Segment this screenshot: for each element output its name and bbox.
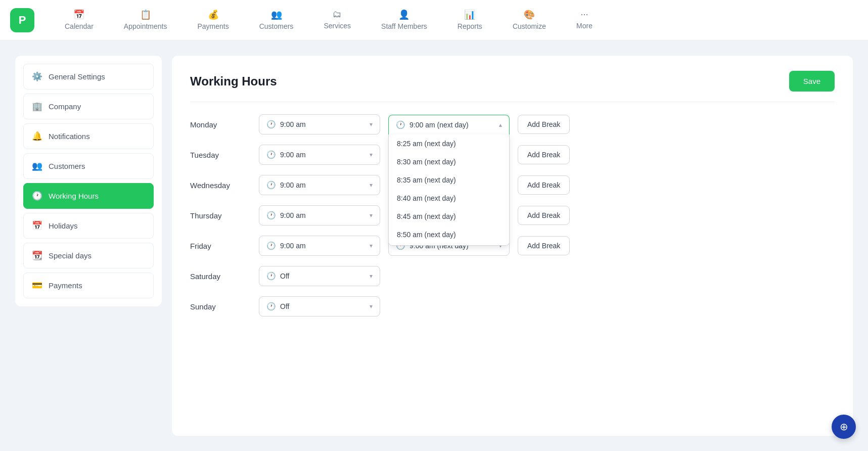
notifications-sidebar-label: Notifications [49, 132, 90, 141]
clock-icon-start-tuesday: 🕐 [266, 150, 276, 159]
start-time-val-tuesday: 9:00 am [280, 151, 370, 159]
nav-item-reports[interactable]: 📊Reports [442, 4, 497, 36]
more-nav-icon: ··· [580, 9, 588, 20]
services-nav-label: Services [324, 22, 351, 30]
add-break-wednesday[interactable]: Add Break [518, 175, 570, 195]
save-button[interactable]: Save [789, 71, 835, 92]
day-label-monday: Monday [190, 120, 251, 129]
caret-down-start-monday: ▾ [370, 121, 373, 128]
nav-item-payments[interactable]: 💰Payments [182, 4, 244, 36]
main-container: ⚙️General Settings🏢Company🔔Notifications… [0, 40, 868, 451]
clock-icon-start-monday: 🕐 [266, 120, 276, 129]
nav-item-customize[interactable]: 🎨Customize [497, 4, 561, 36]
start-time-val-friday: 9:00 am [280, 242, 370, 250]
clock-icon-end-monday: 🕐 [396, 120, 405, 129]
schedule-row-sunday: Sunday🕐Off▾ [190, 296, 835, 317]
clock-icon-start-wednesday: 🕐 [266, 181, 276, 190]
nav-item-staff-members[interactable]: 👤Staff Members [366, 4, 442, 36]
top-navigation: P 📅Calendar📋Appointments💰Payments👥Custom… [0, 0, 868, 40]
appointments-nav-icon: 📋 [140, 9, 151, 20]
staff-members-nav-icon: 👤 [398, 9, 409, 20]
schedule-row-thursday: Thursday🕐9:00 am▾🕐9:00 am (next day)▾Add… [190, 205, 835, 225]
dropdown-option-845[interactable]: 8:45 am (next day) [389, 207, 509, 225]
day-label-thursday: Thursday [190, 211, 251, 220]
logo-icon: P [19, 14, 26, 27]
end-time-val-monday: 9:00 am (next day) [409, 121, 499, 129]
nav-item-more[interactable]: ···More [561, 4, 608, 36]
clock-icon-start-friday: 🕐 [266, 241, 276, 250]
customize-nav-label: Customize [513, 22, 546, 30]
notifications-sidebar-icon: 🔔 [32, 131, 42, 142]
schedule-row-friday: Friday🕐9:00 am▾🕐9:00 am (next day)▾Add B… [190, 236, 835, 256]
caret-up-monday: ▴ [499, 121, 502, 128]
start-time-tuesday[interactable]: 🕐9:00 am▾ [259, 145, 380, 165]
add-break-friday[interactable]: Add Break [518, 236, 570, 255]
schedule-row-saturday: Saturday🕐Off▾ [190, 266, 835, 286]
schedule-row-wednesday: Wednesday🕐9:00 am▾🕐9:00 am (next day)▾Ad… [190, 175, 835, 195]
holidays-sidebar-icon: 📅 [32, 220, 42, 231]
general-settings-sidebar-label: General Settings [49, 72, 105, 81]
nav-item-calendar[interactable]: 📅Calendar [50, 4, 109, 36]
dropdown-option-label-840: 8:40 am (next day) [397, 194, 456, 202]
holidays-sidebar-label: Holidays [49, 221, 78, 230]
caret-down-start-friday: ▾ [370, 242, 373, 249]
customers-sidebar-icon: 👥 [32, 161, 42, 171]
help-button[interactable]: ⊕ [832, 415, 856, 439]
start-time-wednesday[interactable]: 🕐9:00 am▾ [259, 175, 380, 195]
services-nav-icon: 🗂 [333, 9, 342, 20]
page-title: Working Hours [190, 74, 277, 88]
working-hours-sidebar-icon: 🕐 [32, 191, 42, 201]
nav-item-services[interactable]: 🗂Services [308, 4, 366, 36]
payments-sidebar-icon: 💳 [32, 280, 42, 291]
clock-icon-start-sunday: 🕐 [266, 302, 276, 311]
dropdown-option-850[interactable]: 8:50 am (next day) [389, 225, 509, 244]
sidebar-item-general-settings[interactable]: ⚙️General Settings [23, 64, 154, 89]
sidebar-item-holidays[interactable]: 📅Holidays [23, 213, 154, 239]
customize-nav-icon: 🎨 [524, 9, 535, 20]
dropdown-option-840[interactable]: 8:40 am (next day) [389, 189, 509, 207]
caret-down-start-wednesday: ▾ [370, 182, 373, 189]
special-days-sidebar-icon: 📆 [32, 250, 42, 261]
dropdown-option-855[interactable]: 8:55 am (next day) [389, 244, 509, 246]
app-logo[interactable]: P [10, 8, 34, 32]
nav-items: 📅Calendar📋Appointments💰Payments👥Customer… [50, 4, 858, 36]
customers-nav-icon: 👥 [271, 9, 282, 20]
add-break-thursday[interactable]: Add Break [518, 206, 570, 225]
start-time-friday[interactable]: 🕐9:00 am▾ [259, 236, 380, 256]
day-label-sunday: Sunday [190, 302, 251, 311]
payments-nav-label: Payments [197, 22, 229, 30]
company-sidebar-icon: 🏢 [32, 101, 42, 112]
dropdown-option-835[interactable]: 8:35 am (next day) [389, 171, 509, 189]
reports-nav-icon: 📊 [464, 9, 475, 20]
sidebar-item-special-days[interactable]: 📆Special days [23, 243, 154, 268]
clock-icon-start-thursday: 🕐 [266, 211, 276, 220]
dropdown-option-830[interactable]: 8:30 am (next day) [389, 153, 509, 171]
schedule-row-tuesday: Tuesday🕐9:00 am▾🕐9:00 am (next day)▾Add … [190, 145, 835, 165]
dropdown-option-825[interactable]: 8:25 am (next day) [389, 134, 509, 153]
schedule-row-monday: Monday🕐9:00 am▾🕐9:00 am (next day)▴▾8:25… [190, 114, 835, 134]
end-time-dropdown-monday: 🕐9:00 am (next day)▴▾8:25 am (next day)8… [388, 115, 510, 134]
nav-item-appointments[interactable]: 📋Appointments [109, 4, 182, 36]
caret-down-start-saturday: ▾ [370, 273, 373, 280]
start-time-saturday[interactable]: 🕐Off▾ [259, 266, 380, 286]
start-time-sunday[interactable]: 🕐Off▾ [259, 296, 380, 317]
add-break-tuesday[interactable]: Add Break [518, 145, 570, 164]
sidebar-item-company[interactable]: 🏢Company [23, 94, 154, 119]
dropdown-option-label-830: 8:30 am (next day) [397, 158, 456, 166]
calendar-nav-label: Calendar [65, 22, 94, 30]
start-time-thursday[interactable]: 🕐9:00 am▾ [259, 205, 380, 225]
end-time-monday[interactable]: 🕐9:00 am (next day)▴▾ [388, 115, 510, 134]
sidebar-item-payments[interactable]: 💳Payments [23, 273, 154, 298]
start-time-val-sunday: Off [280, 302, 370, 310]
sidebar-item-working-hours[interactable]: 🕐Working Hours [23, 183, 154, 209]
dropdown-menu-monday: 8:25 am (next day)8:30 am (next day)8:35… [388, 134, 510, 246]
sidebar-item-customers[interactable]: 👥Customers [23, 153, 154, 179]
day-label-wednesday: Wednesday [190, 181, 251, 190]
sidebar-item-notifications[interactable]: 🔔Notifications [23, 123, 154, 149]
nav-item-customers[interactable]: 👥Customers [244, 4, 309, 36]
schedule-container: Monday🕐9:00 am▾🕐9:00 am (next day)▴▾8:25… [190, 114, 835, 317]
start-time-monday[interactable]: 🕐9:00 am▾ [259, 114, 380, 134]
start-time-val-monday: 9:00 am [280, 120, 370, 128]
add-break-monday[interactable]: Add Break [518, 115, 570, 134]
content-header: Working Hours Save [190, 71, 835, 102]
